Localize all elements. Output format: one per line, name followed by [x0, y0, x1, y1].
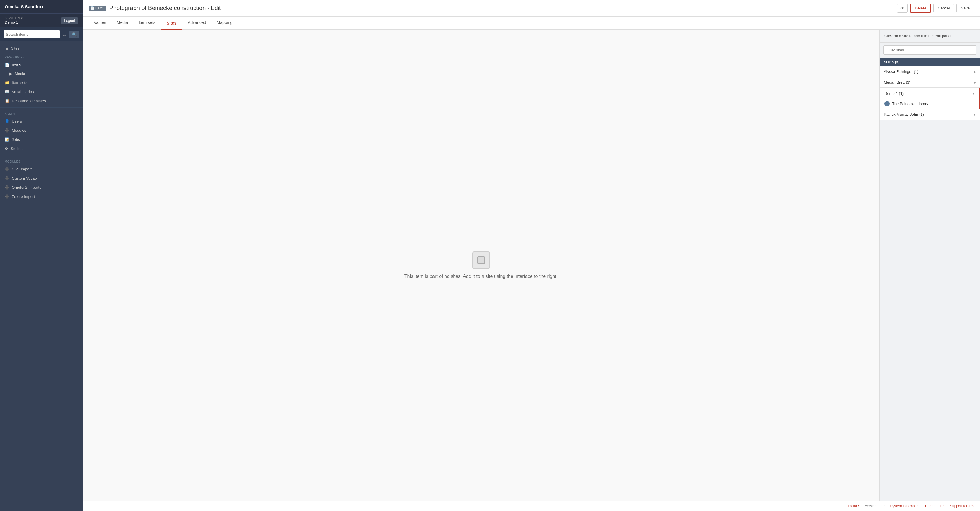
- save-button[interactable]: Save: [956, 4, 974, 13]
- delete-button[interactable]: Delete: [910, 3, 931, 13]
- search-input[interactable]: [3, 30, 60, 38]
- main-area: 📄 Items Photograph of Beinecke construct…: [83, 0, 980, 511]
- sidebar-item-csv-import[interactable]: ➕ CSV Import: [0, 164, 83, 174]
- megan-chevron-right-icon: [974, 80, 976, 85]
- logout-button[interactable]: Logout: [61, 18, 78, 24]
- system-info-link[interactable]: System information: [890, 504, 920, 508]
- demo1-chevron-down-icon: [972, 91, 975, 96]
- sidebar-item-custom-vocab[interactable]: ➕ Custom Vocab: [0, 174, 83, 183]
- sidebar-item-items[interactable]: 📄 Items: [0, 60, 83, 69]
- sidebar-app-name: Omeka S Sandbox: [0, 0, 83, 13]
- sidebar-item-modules[interactable]: ➕ Modules: [0, 126, 83, 135]
- sidebar-item-item-sets[interactable]: 📁 Item sets: [0, 78, 83, 87]
- site-row-demo1-content: i The Beinecke Library: [880, 99, 980, 109]
- patrick-label: Patrick Murray-John (1): [884, 112, 924, 117]
- sidebar-item-settings[interactable]: ⚙ Settings: [0, 144, 83, 153]
- support-forums-link[interactable]: Support forums: [950, 504, 974, 508]
- patrick-chevron-right-icon: [974, 112, 976, 117]
- site-row-demo1[interactable]: Demo 1 (1): [880, 88, 980, 99]
- topbar-actions: 👁 Delete Cancel Save: [897, 3, 974, 13]
- sidebar-item-vocabularies[interactable]: 📖 Vocabularies: [0, 87, 83, 96]
- sidebar-user-area: Signed in as Demo 1 Logout: [0, 13, 83, 27]
- page-title: Photograph of Beinecke construction · Ed…: [110, 5, 221, 11]
- template-icon: 📋: [5, 99, 10, 103]
- no-sites-text: This item is part of no sites. Add it to…: [404, 274, 558, 279]
- jobs-icon: 📝: [5, 137, 10, 142]
- sidebar-item-users[interactable]: 👤 Users: [0, 117, 83, 126]
- items-icon: 📄: [5, 62, 10, 67]
- sites-list-header: Sites (6): [880, 57, 980, 67]
- tab-values[interactable]: Values: [89, 16, 111, 30]
- zotero-icon: ➕: [5, 194, 10, 199]
- items-badge-icon: 📄: [91, 6, 94, 10]
- modules-section-label: Modules: [0, 157, 83, 164]
- sidebar-nav: 🖥 Sites Resources 📄 Items ▶ Media 📁 Item…: [0, 42, 83, 203]
- search-submit-button[interactable]: 🔍: [69, 31, 79, 38]
- site-row-patrick[interactable]: Patrick Murray-John (1): [880, 109, 980, 120]
- sidebar-item-jobs[interactable]: 📝 Jobs: [0, 135, 83, 144]
- content-area: This item is part of no sites. Add it to…: [83, 30, 980, 501]
- svg-rect-0: [477, 257, 485, 264]
- tab-advanced[interactable]: Advanced: [182, 16, 211, 30]
- sidebar-item-omeka2[interactable]: ➕ Omeka 2 Importer: [0, 183, 83, 192]
- site-row-alyssa[interactable]: Alyssa Fahringer (1): [880, 67, 980, 77]
- tab-mapping[interactable]: Mapping: [211, 16, 238, 30]
- items-badge: 📄 Items: [89, 6, 107, 11]
- omeka2-icon: ➕: [5, 185, 10, 190]
- filter-sites-input[interactable]: [883, 45, 977, 55]
- csv-icon: ➕: [5, 167, 10, 171]
- user-manual-link[interactable]: User manual: [925, 504, 945, 508]
- footer: Omeka S version 3.0.2 System information…: [83, 501, 980, 511]
- right-panel-header: Click on a site to add it to the edit pa…: [880, 30, 980, 43]
- admin-section-label: Admin: [0, 109, 83, 117]
- megan-label: Megan Brett (3): [884, 80, 910, 85]
- sidebar-item-media[interactable]: ▶ Media: [0, 69, 83, 78]
- cancel-button[interactable]: Cancel: [933, 4, 954, 13]
- chevron-right-icon: ▶: [10, 72, 13, 76]
- preview-button[interactable]: 👁: [897, 4, 908, 13]
- demo1-label: Demo 1 (1): [885, 91, 904, 96]
- user-name: Demo 1: [5, 20, 18, 24]
- right-panel: Click on a site to add it to the edit pa…: [880, 30, 980, 501]
- alyssa-label: Alyssa Fahringer (1): [884, 69, 918, 74]
- eye-icon: 👁: [900, 6, 904, 11]
- resources-section-label: Resources: [0, 53, 83, 60]
- footer-version: version 3.0.2: [865, 504, 886, 508]
- settings-icon: ⚙: [5, 147, 8, 151]
- tab-media[interactable]: Media: [111, 16, 133, 30]
- user-info: Signed in as Demo 1: [5, 16, 24, 24]
- topbar: 📄 Items Photograph of Beinecke construct…: [83, 0, 980, 16]
- no-sites-icon: [472, 251, 490, 269]
- omeka-s-link[interactable]: Omeka S: [845, 504, 860, 508]
- tabs: Values Media Item sets Sites Advanced Ma…: [83, 16, 980, 30]
- site-row-megan[interactable]: Megan Brett (3): [880, 77, 980, 88]
- tab-sites[interactable]: Sites: [161, 16, 182, 30]
- folder-icon: 📁: [5, 80, 10, 85]
- search-more-button[interactable]: ...: [62, 31, 68, 38]
- sidebar-item-resource-templates[interactable]: 📋 Resource templates: [0, 96, 83, 105]
- sidebar-item-zotero[interactable]: ➕ Zotero Import: [0, 192, 83, 201]
- vocab-icon: ➕: [5, 176, 10, 180]
- tab-item-sets[interactable]: Item sets: [133, 16, 161, 30]
- user-icon: 👤: [5, 119, 10, 123]
- search-bar: ... 🔍: [0, 27, 83, 42]
- demo1-sub-label: The Beinecke Library: [892, 102, 928, 106]
- sidebar: Omeka S Sandbox Signed in as Demo 1 Logo…: [0, 0, 83, 511]
- book-icon: 📖: [5, 89, 10, 94]
- topbar-left: 📄 Items Photograph of Beinecke construct…: [89, 5, 221, 11]
- modules-icon: ➕: [5, 128, 10, 133]
- signed-in-label: Signed in as: [5, 16, 24, 20]
- monitor-icon: 🖥: [5, 46, 8, 51]
- info-circle-icon[interactable]: i: [885, 101, 890, 106]
- alyssa-chevron-right-icon: [974, 69, 976, 74]
- main-panel: This item is part of no sites. Add it to…: [83, 30, 880, 501]
- sidebar-item-sites[interactable]: 🖥 Sites: [0, 44, 83, 53]
- search-icon: 🔍: [72, 32, 77, 37]
